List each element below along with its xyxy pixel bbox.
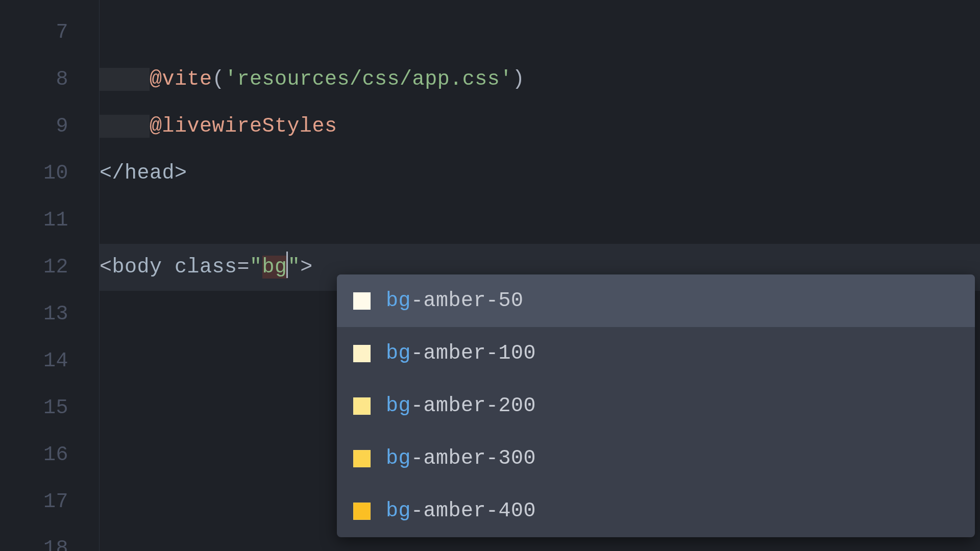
autocomplete-rest: -amber-100 <box>411 342 536 365</box>
line-number: 13 <box>0 291 99 338</box>
autocomplete-item[interactable]: bg-amber-200 <box>337 380 975 432</box>
code-line[interactable]: @vite('resources/css/app.css') <box>100 56 980 103</box>
autocomplete-rest: -amber-400 <box>411 499 536 522</box>
line-gutter: 7 8 9 10 11 12 13 14 15 16 17 18 <box>0 0 100 551</box>
line-number: 17 <box>0 479 99 525</box>
code-line[interactable]: </head> <box>100 150 980 197</box>
autocomplete-rest: -amber-300 <box>411 447 536 470</box>
line-number: 18 <box>0 525 99 551</box>
line-number: 10 <box>0 150 99 197</box>
code-line[interactable] <box>100 9 980 56</box>
code-line[interactable]: @livewireStyles <box>100 103 980 150</box>
line-number: 14 <box>0 338 99 385</box>
autocomplete-match: bg <box>386 447 411 470</box>
autocomplete-match: bg <box>386 499 411 522</box>
code-area[interactable]: @vite('resources/css/app.css') @livewire… <box>100 0 980 551</box>
code-line[interactable] <box>100 197 980 244</box>
line-number: 11 <box>0 197 99 244</box>
color-swatch-icon <box>353 292 371 310</box>
code-editor: 7 8 9 10 11 12 13 14 15 16 17 18 @vite('… <box>0 0 980 551</box>
autocomplete-rest: -amber-200 <box>411 394 536 417</box>
color-swatch-icon <box>353 345 371 362</box>
line-number: 9 <box>0 103 99 150</box>
text-cursor <box>286 252 288 278</box>
autocomplete-match: bg <box>386 394 411 417</box>
line-number: 8 <box>0 56 99 103</box>
autocomplete-item[interactable]: bg-amber-400 <box>337 485 975 537</box>
line-number: 16 <box>0 432 99 479</box>
autocomplete-match: bg <box>386 342 411 365</box>
color-swatch-icon <box>353 450 371 467</box>
line-number: 7 <box>0 9 99 56</box>
line-number: 15 <box>0 385 99 432</box>
line-number: 12 <box>0 244 99 291</box>
autocomplete-match: bg <box>386 289 411 312</box>
autocomplete-rest: -amber-50 <box>411 289 524 312</box>
autocomplete-item[interactable]: bg-amber-50 <box>337 274 975 327</box>
autocomplete-item[interactable]: bg-amber-100 <box>337 327 975 380</box>
color-swatch-icon <box>353 503 371 520</box>
color-swatch-icon <box>353 397 371 415</box>
autocomplete-popup[interactable]: bg-amber-50bg-amber-100bg-amber-200bg-am… <box>337 274 975 537</box>
autocomplete-item[interactable]: bg-amber-300 <box>337 432 975 485</box>
